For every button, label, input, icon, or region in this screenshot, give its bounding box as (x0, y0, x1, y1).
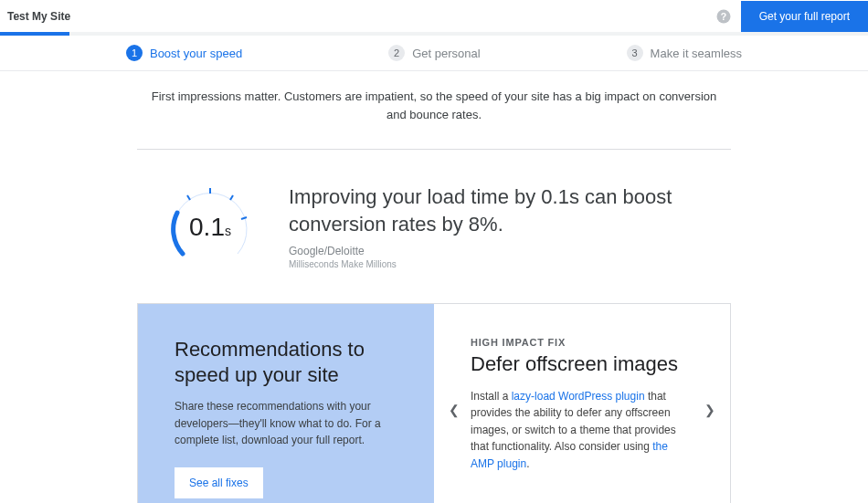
get-report-button[interactable]: Get your full report (741, 1, 868, 32)
fix-card: ❮ ❯ HIGH IMPACT FIX Defer offscreen imag… (434, 304, 730, 503)
recommendation-cards: Recommendations to speed up your site Sh… (137, 303, 731, 503)
recommendations-body: Share these recommendations with your de… (175, 398, 397, 449)
stat-headline: Improving your load time by 0.1s can boo… (289, 183, 731, 237)
recommendations-title: Recommendations to speed up your site (175, 337, 397, 387)
stat-source: Google/Deloitte (289, 245, 731, 257)
stat-study: Milliseconds Make Millions (289, 259, 731, 269)
gauge-value: 0.1s (189, 213, 231, 242)
app-header: Test My Site ? Get your full report (0, 0, 868, 33)
tab-boost-speed[interactable]: 1 Boost your speed (126, 45, 242, 61)
tab-label: Get personal (412, 47, 480, 60)
fix-overline: HIGH IMPACT FIX (471, 337, 693, 348)
progress-fill (0, 32, 69, 36)
svg-line-4 (241, 217, 247, 219)
gauge-number: 0.1 (189, 213, 225, 241)
fix-body: Install a lazy-load WordPress plugin tha… (471, 388, 693, 473)
recommendations-card: Recommendations to speed up your site Sh… (138, 304, 434, 503)
stat-text: Improving your load time by 0.1s can boo… (289, 183, 731, 269)
progress-bar (0, 32, 868, 36)
gauge-unit: s (225, 224, 231, 238)
intro-text: First impressions matter. Customers are … (0, 71, 868, 149)
tab-number: 2 (388, 45, 405, 61)
svg-text:?: ? (720, 10, 725, 21)
step-tabs: 1 Boost your speed 2 Get personal 3 Make… (0, 36, 868, 71)
speed-gauge: 0.1s (164, 181, 256, 272)
svg-line-3 (230, 195, 233, 200)
tab-get-personal[interactable]: 2 Get personal (388, 45, 480, 61)
tab-number: 1 (126, 45, 143, 61)
tab-number: 3 (627, 45, 643, 61)
header-actions: ? Get your full report (715, 1, 868, 32)
tab-label: Make it seamless (651, 47, 742, 60)
fix-title: Defer offscreen images (471, 351, 693, 377)
tab-make-seamless[interactable]: 3 Make it seamless (627, 45, 742, 61)
app-title: Test My Site (7, 10, 70, 23)
tab-label: Boost your speed (150, 47, 242, 60)
chevron-left-icon[interactable]: ❮ (443, 397, 465, 423)
lazy-load-link[interactable]: lazy-load WordPress plugin (512, 390, 645, 403)
help-icon[interactable]: ? (715, 8, 732, 25)
see-all-fixes-button[interactable]: See all fixes (175, 467, 263, 498)
chevron-right-icon[interactable]: ❯ (699, 397, 721, 423)
svg-line-5 (187, 195, 190, 200)
stat-row: 0.1s Improving your load time by 0.1s ca… (0, 150, 868, 303)
